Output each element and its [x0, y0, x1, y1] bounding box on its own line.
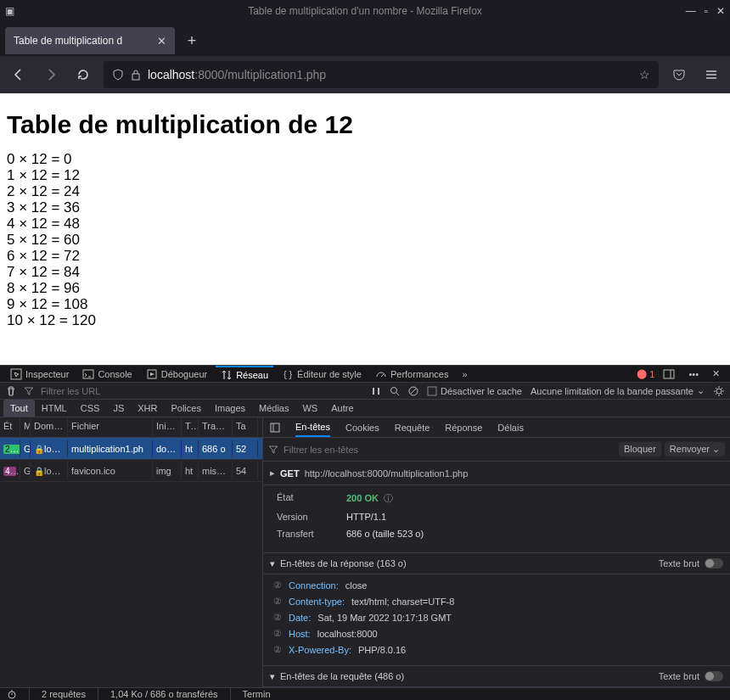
funnel-icon[interactable]: [268, 445, 278, 455]
devtools-tab-debugger[interactable]: Débogueur: [141, 366, 212, 382]
status-requests: 2 requêtes: [42, 689, 86, 699]
help-icon[interactable]: ⓘ: [384, 493, 393, 503]
resend-button[interactable]: Renvoyer ⌄: [665, 442, 725, 456]
details-tab-request[interactable]: Requête: [395, 419, 430, 436]
request-row[interactable]: 200G🔒lo…multiplication1.phdoc…ht686 o52: [0, 438, 262, 460]
devtools-tab-performance[interactable]: Performances: [370, 366, 453, 382]
column-header[interactable]: Ty: [182, 417, 199, 437]
close-tab-icon[interactable]: ✕: [157, 35, 166, 48]
network-icon: [221, 369, 233, 381]
multiplication-row: 4 × 12 = 48: [7, 216, 723, 232]
details-tab-response[interactable]: Réponse: [445, 419, 482, 436]
maximize-button[interactable]: ▫: [705, 5, 708, 17]
multiplication-row: 1 × 12 = 12: [7, 167, 723, 183]
devtools-tab-style[interactable]: { } Éditeur de style: [277, 366, 367, 382]
column-header[interactable]: M: [20, 417, 31, 437]
pause-icon[interactable]: [371, 386, 381, 396]
clear-icon[interactable]: [5, 385, 17, 397]
reload-button[interactable]: [71, 63, 95, 87]
network-type-filters: ToutHTMLCSSJSXHRPolicesImagesMédiasWSAut…: [0, 400, 730, 417]
tab-label: Table de multiplication d: [14, 35, 122, 47]
help-icon[interactable]: ②: [273, 644, 282, 655]
column-header[interactable]: Ét: [0, 417, 20, 437]
filter-type-médias[interactable]: Médias: [252, 400, 295, 417]
svg-rect-4: [664, 370, 674, 378]
devtools-settings-icon[interactable]: [713, 385, 725, 397]
bookmark-icon[interactable]: ☆: [639, 68, 650, 81]
multiplication-row: 3 × 12 = 36: [7, 199, 723, 216]
devtools-tab-inspector[interactable]: Inspecteur: [5, 366, 74, 382]
toggle-switch[interactable]: [705, 671, 723, 681]
version-label: Version: [277, 512, 336, 522]
disable-cache-checkbox[interactable]: Désactiver le cache: [427, 386, 522, 396]
request-url: http://localhost:8000/multiplication1.ph…: [305, 468, 469, 479]
devtools-close-icon[interactable]: ✕: [707, 366, 725, 382]
column-header[interactable]: Ta: [233, 417, 258, 437]
window-title: Table de multiplication d'un nombre - Mo…: [248, 5, 482, 17]
column-header[interactable]: Initi…: [153, 417, 182, 437]
style-icon: { }: [282, 368, 294, 380]
filter-url-input[interactable]: [41, 386, 160, 396]
browser-tab[interactable]: Table de multiplication d ✕: [5, 27, 175, 54]
url-bar[interactable]: localhost:8000/multiplication1.php ☆: [104, 61, 659, 88]
raw-toggle[interactable]: Texte brut: [659, 671, 723, 681]
response-header-row: ②X-Powered-By: PHP/8.0.16: [273, 644, 720, 655]
column-header[interactable]: Tra…: [199, 417, 233, 437]
raw-toggle[interactable]: Texte brut: [659, 558, 723, 568]
request-headers-section[interactable]: ▾ En-têtes de la requête (486 o) Texte b…: [263, 665, 730, 687]
collapse-icon: ▾: [270, 671, 275, 682]
multiplication-row: 6 × 12 = 72: [7, 248, 723, 264]
throttling-select[interactable]: Aucune limitation de la bande passante ⌄: [531, 385, 705, 396]
new-tab-button[interactable]: +: [180, 29, 204, 53]
request-row[interactable]: 40G🔒lo…favicon.icoimghtmis …54: [0, 460, 262, 482]
devtools-tab-console[interactable]: Console: [77, 366, 137, 382]
stopwatch-icon[interactable]: [7, 689, 17, 699]
block-button[interactable]: Bloquer: [619, 442, 661, 456]
column-header[interactable]: Fichier: [68, 417, 153, 437]
block-icon[interactable]: [408, 386, 418, 396]
filter-type-ws[interactable]: WS: [295, 400, 324, 417]
svg-rect-0: [132, 74, 139, 80]
expand-icon[interactable]: ▸: [270, 468, 275, 479]
lock-icon[interactable]: [131, 69, 141, 81]
filter-type-polices[interactable]: Polices: [164, 400, 207, 417]
response-headers-section[interactable]: ▾ En-têtes de la réponse (163 o) Texte b…: [263, 552, 730, 574]
error-count[interactable]: ⬤ 1: [637, 368, 654, 379]
filter-type-css[interactable]: CSS: [74, 400, 107, 417]
details-tab-cookies[interactable]: Cookies: [345, 419, 379, 436]
help-icon[interactable]: ②: [273, 628, 282, 639]
filter-headers-input[interactable]: [284, 445, 614, 455]
filter-type-xhr[interactable]: XHR: [131, 400, 164, 417]
devtools-dock-icon[interactable]: [658, 366, 680, 382]
details-tab-headers[interactable]: En-têtes: [295, 418, 330, 437]
menu-icon[interactable]: [699, 63, 723, 87]
filter-type-js[interactable]: JS: [106, 400, 131, 417]
close-window-button[interactable]: ✕: [716, 5, 725, 17]
back-button[interactable]: [7, 63, 31, 87]
shield-icon[interactable]: [112, 69, 124, 81]
multiplication-row: 9 × 12 = 108: [7, 296, 723, 312]
help-icon[interactable]: ②: [273, 580, 282, 591]
details-tab-timings[interactable]: Délais: [497, 419, 524, 436]
help-icon[interactable]: ②: [273, 612, 282, 623]
minimize-button[interactable]: —: [686, 5, 696, 17]
status-badge: 40: [3, 467, 16, 476]
details-sidebar-icon[interactable]: [270, 423, 280, 433]
filter-type-html[interactable]: HTML: [35, 400, 74, 417]
devtools-tab-more[interactable]: »: [457, 366, 472, 382]
forward-button[interactable]: [39, 63, 63, 87]
funnel-icon[interactable]: [24, 386, 34, 396]
devtools-tab-network[interactable]: Réseau: [216, 366, 273, 382]
filter-type-tout[interactable]: Tout: [3, 400, 35, 417]
filter-type-autre[interactable]: Autre: [324, 400, 360, 417]
filter-type-images[interactable]: Images: [208, 400, 252, 417]
app-icon: ▣: [5, 5, 14, 17]
pocket-icon[interactable]: [667, 63, 691, 87]
toggle-switch[interactable]: [705, 558, 723, 568]
search-icon[interactable]: [390, 386, 400, 396]
devtools-statusbar: 2 requêtes 1,04 Ko / 686 o transférés Te…: [0, 687, 730, 700]
column-header[interactable]: Dom…: [31, 417, 68, 437]
response-headers-list: ②Connection: close②Content-type: text/ht…: [263, 574, 730, 665]
devtools-menu-icon[interactable]: •••: [683, 366, 704, 382]
help-icon[interactable]: ②: [273, 596, 282, 607]
